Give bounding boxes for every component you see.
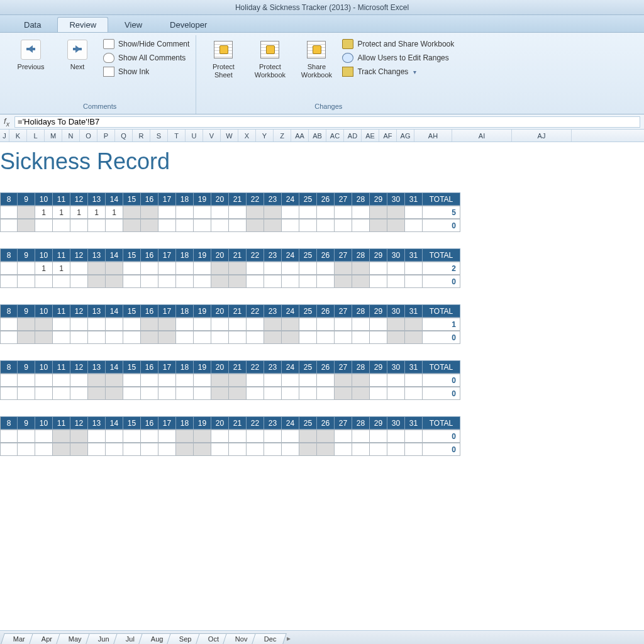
day-cell[interactable] [53, 275, 70, 288]
day-cell[interactable] [317, 318, 335, 331]
day-cell[interactable] [405, 430, 423, 443]
col-head-L[interactable]: L [27, 130, 45, 142]
day-cell[interactable] [141, 430, 158, 443]
day-cell[interactable] [335, 219, 352, 232]
day-cell[interactable] [387, 206, 405, 219]
day-cell[interactable] [247, 262, 264, 275]
day-cell[interactable] [35, 374, 53, 387]
day-cell[interactable] [70, 331, 88, 344]
col-head-V[interactable]: V [203, 130, 221, 142]
day-cell[interactable] [88, 262, 106, 275]
col-head-AG[interactable]: AG [397, 130, 414, 142]
protect-share-workbook-button[interactable]: Protect and Share Workbook [342, 39, 454, 49]
day-cell[interactable] [176, 219, 194, 232]
day-cell[interactable] [211, 219, 229, 232]
protect-sheet-button[interactable]: Protect Sheet [203, 36, 244, 80]
day-cell[interactable] [405, 275, 423, 288]
day-cell[interactable] [317, 430, 335, 443]
day-cell[interactable] [352, 430, 370, 443]
day-cell[interactable] [352, 262, 370, 275]
tab-data[interactable]: Data [13, 18, 52, 32]
day-cell[interactable] [123, 318, 141, 331]
col-head-AE[interactable]: AE [362, 130, 379, 142]
day-cell[interactable] [176, 262, 194, 275]
day-cell[interactable] [387, 331, 405, 344]
day-cell[interactable] [0, 430, 18, 443]
day-cell[interactable] [247, 331, 264, 344]
col-head-AA[interactable]: AA [291, 130, 309, 142]
day-cell[interactable] [352, 219, 370, 232]
day-cell[interactable] [158, 443, 176, 456]
day-cell[interactable] [123, 374, 141, 387]
day-cell[interactable] [387, 275, 405, 288]
allow-users-button[interactable]: Allow Users to Edit Ranges [342, 53, 454, 63]
day-cell[interactable] [35, 219, 53, 232]
day-cell[interactable] [18, 219, 35, 232]
day-cell[interactable] [158, 219, 176, 232]
day-cell[interactable]: 1 [88, 206, 106, 219]
day-cell[interactable] [335, 443, 352, 456]
day-cell[interactable] [247, 275, 264, 288]
day-cell[interactable] [53, 331, 70, 344]
day-cell[interactable] [282, 374, 299, 387]
day-cell[interactable] [387, 387, 405, 400]
day-cell[interactable] [299, 443, 317, 456]
day-cell[interactable] [387, 219, 405, 232]
day-cell[interactable] [282, 430, 299, 443]
day-cell[interactable] [299, 387, 317, 400]
day-cell[interactable] [211, 318, 229, 331]
day-cell[interactable] [282, 206, 299, 219]
day-cell[interactable] [194, 387, 211, 400]
col-head-AD[interactable]: AD [344, 130, 362, 142]
day-cell[interactable] [141, 206, 158, 219]
day-cell[interactable] [335, 275, 352, 288]
day-cell[interactable] [405, 331, 423, 344]
day-cell[interactable]: 1 [35, 262, 53, 275]
day-cell[interactable] [141, 443, 158, 456]
day-cell[interactable] [53, 443, 70, 456]
day-cell[interactable] [264, 275, 282, 288]
day-cell[interactable] [53, 318, 70, 331]
day-cell[interactable] [18, 331, 35, 344]
col-head-O[interactable]: O [80, 130, 97, 142]
day-cell[interactable] [158, 318, 176, 331]
day-cell[interactable]: 1 [53, 262, 70, 275]
worksheet[interactable]: Sickness Record 891011121314151617181920… [0, 142, 644, 630]
day-cell[interactable] [247, 443, 264, 456]
day-cell[interactable] [211, 387, 229, 400]
day-cell[interactable] [141, 318, 158, 331]
day-cell[interactable] [194, 318, 211, 331]
day-cell[interactable] [70, 443, 88, 456]
day-cell[interactable] [335, 374, 352, 387]
day-cell[interactable] [35, 387, 53, 400]
day-cell[interactable] [317, 331, 335, 344]
show-hide-comment-button[interactable]: Show/Hide Comment [103, 39, 189, 49]
day-cell[interactable] [158, 206, 176, 219]
day-cell[interactable] [282, 387, 299, 400]
day-cell[interactable] [335, 206, 352, 219]
col-head-W[interactable]: W [221, 130, 238, 142]
col-head-M[interactable]: M [45, 130, 62, 142]
col-head-Z[interactable]: Z [274, 130, 291, 142]
day-cell[interactable] [106, 430, 123, 443]
day-cell[interactable] [211, 275, 229, 288]
day-cell[interactable] [106, 374, 123, 387]
day-cell[interactable] [106, 219, 123, 232]
day-cell[interactable] [405, 219, 423, 232]
day-cell[interactable] [247, 318, 264, 331]
day-cell[interactable] [123, 331, 141, 344]
day-cell[interactable] [18, 318, 35, 331]
day-cell[interactable] [229, 331, 247, 344]
day-cell[interactable] [106, 318, 123, 331]
day-cell[interactable] [352, 206, 370, 219]
day-cell[interactable] [247, 206, 264, 219]
day-cell[interactable] [123, 430, 141, 443]
col-head-R[interactable]: R [133, 130, 150, 142]
day-cell[interactable] [299, 275, 317, 288]
day-cell[interactable] [88, 331, 106, 344]
day-cell[interactable] [264, 387, 282, 400]
day-cell[interactable] [0, 443, 18, 456]
day-cell[interactable] [176, 206, 194, 219]
day-cell[interactable] [53, 430, 70, 443]
day-cell[interactable] [35, 318, 53, 331]
